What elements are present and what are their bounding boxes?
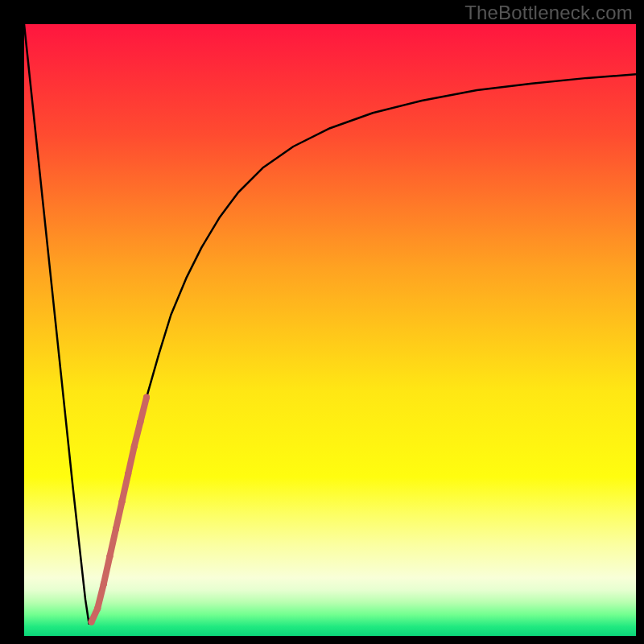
chart-background (24, 24, 636, 636)
watermark-text: TheBottleneck.com (464, 2, 633, 24)
chart-frame (24, 24, 636, 636)
bottleneck-chart (24, 24, 636, 636)
